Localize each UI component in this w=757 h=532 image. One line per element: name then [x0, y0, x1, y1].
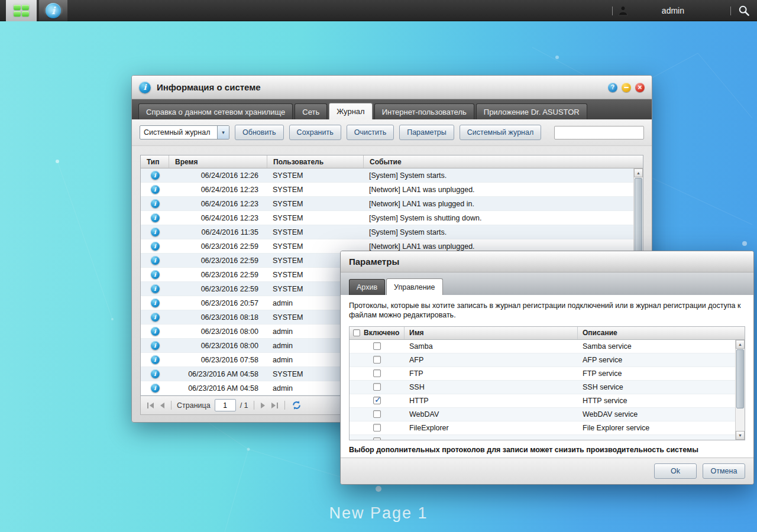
log-row[interactable]: i 06/24/2016 12:26 SYSTEM [System] Syste… [141, 168, 643, 183]
protocol-checkbox[interactable] [373, 369, 381, 377]
scroll-down-icon[interactable]: ▼ [736, 431, 745, 440]
protocol-checkbox[interactable] [373, 437, 381, 440]
tab[interactable]: Управление [386, 278, 443, 295]
cell-type: i [141, 296, 169, 310]
first-page-button[interactable] [146, 401, 155, 410]
info-icon: i [151, 185, 160, 194]
log-type-dropdown[interactable]: Системный журнал ▾ [140, 125, 229, 140]
cell-time: 06/23/2016 AM 04:58 [169, 381, 267, 395]
protocol-checkbox[interactable] [373, 356, 381, 364]
protocol-checkbox[interactable] [373, 410, 381, 418]
scrollbar-track[interactable] [736, 409, 745, 431]
toolbar-button[interactable]: Очистить [347, 125, 394, 140]
scrollbar-thumb[interactable] [736, 349, 744, 408]
protocol-row[interactable]: AFP AFP service [350, 353, 745, 367]
user-icon[interactable] [617, 5, 629, 16]
dialog-scrollbar[interactable]: ▲ ▼ [735, 340, 745, 440]
info-icon: i [151, 369, 160, 378]
window-controls: ? × [608, 83, 645, 92]
protocol-row[interactable]: FTP FTP service [350, 367, 745, 381]
cell-user: SYSTEM [267, 211, 364, 225]
tab[interactable]: Архив [349, 279, 385, 295]
prev-page-button[interactable] [159, 401, 166, 410]
protocol-checkbox[interactable] [373, 397, 381, 404]
toolbar-button[interactable]: Параметры [399, 125, 454, 140]
separator [254, 401, 254, 410]
tab[interactable]: Сеть [295, 103, 327, 119]
cell-enabled [350, 342, 405, 350]
minimize-button[interactable] [622, 83, 631, 92]
column-header-description[interactable]: Описание [578, 327, 745, 339]
protocol-checkbox[interactable] [373, 342, 381, 350]
refresh-icon[interactable] [292, 400, 302, 410]
cell-type: i [141, 225, 169, 239]
protocol-row[interactable]: HTTP HTTP service [350, 394, 745, 408]
page-input[interactable] [215, 399, 236, 411]
log-row[interactable]: i 06/24/2016 12:23 SYSTEM [Network] LAN1… [141, 183, 643, 197]
tab[interactable]: Справка о данном сетевом хранилище [138, 103, 293, 119]
column-header-time[interactable]: Время [169, 155, 267, 168]
help-button[interactable]: ? [608, 83, 617, 92]
log-row[interactable]: i 06/24/2016 11:35 SYSTEM [System] Syste… [141, 225, 643, 239]
tab[interactable]: Приложение Dr. ASUSTOR [476, 103, 587, 119]
toolbar-button[interactable]: Обновить [235, 125, 284, 140]
tab[interactable]: Журнал [329, 103, 372, 119]
cell-enabled [350, 383, 405, 391]
select-all-checkbox[interactable] [353, 329, 360, 336]
dialog-content: Протоколы, которые вы хотите записать в … [341, 295, 753, 459]
column-header-name[interactable]: Имя [405, 327, 578, 339]
cell-user: SYSTEM [267, 197, 364, 210]
protocol-checkbox[interactable] [373, 383, 381, 391]
search-icon[interactable] [738, 5, 750, 17]
cancel-button[interactable]: Отмена [703, 463, 745, 479]
column-header-type[interactable]: Тип [141, 155, 169, 168]
column-header-user[interactable]: Пользователь [267, 155, 364, 168]
info-icon: i [151, 256, 160, 265]
tab-label: Журнал [337, 107, 364, 116]
app-grid-icon [14, 5, 29, 17]
cell-time: 06/24/2016 12:23 [169, 197, 267, 210]
tab[interactable]: Интернет-пользователь [374, 103, 474, 119]
next-page-button[interactable] [260, 401, 266, 410]
window-titlebar[interactable]: i Информация о системе ? × [132, 76, 652, 99]
cell-time: 06/23/2016 22:59 [169, 282, 267, 296]
column-header-enabled[interactable]: Включено [350, 327, 405, 339]
page-label: Страница [177, 401, 211, 410]
dialog-titlebar[interactable]: Параметры [341, 251, 753, 273]
column-header-event[interactable]: Событие [364, 155, 643, 168]
cell-name: AFP [405, 356, 578, 364]
cell-enabled [350, 397, 405, 404]
username[interactable]: admin [662, 6, 684, 15]
cell-name: WebDAV [405, 410, 578, 419]
app-launcher-button[interactable] [6, 0, 37, 21]
cell-user: SYSTEM [267, 183, 364, 196]
protocol-row[interactable] [350, 435, 745, 440]
ok-button[interactable]: Ok [654, 463, 697, 479]
protocol-row[interactable]: FileExplorer File Explorer service [350, 421, 745, 435]
cell-time: 06/23/2016 08:18 [169, 310, 267, 324]
last-page-button[interactable] [270, 401, 279, 410]
cell-enabled [350, 410, 405, 418]
protocol-row[interactable]: WebDAV WebDAV service [350, 408, 745, 421]
log-row[interactable]: i 06/24/2016 12:23 SYSTEM [System] Syste… [141, 211, 643, 225]
chevron-down-icon[interactable]: ▾ [217, 126, 229, 139]
close-button[interactable]: × [635, 83, 645, 92]
taskbar-item-system-info[interactable]: i [39, 0, 67, 21]
filter-input[interactable] [554, 126, 644, 140]
protocol-row[interactable]: SSH SSH service [350, 381, 745, 394]
protocol-row[interactable]: Samba Samba service [350, 340, 745, 353]
protocol-checkbox[interactable] [373, 424, 381, 432]
toolbar-button[interactable]: Системный журнал [460, 125, 541, 140]
log-row[interactable]: i 06/24/2016 12:23 SYSTEM [Network] LAN1… [141, 197, 643, 211]
info-icon: i [151, 199, 160, 208]
cell-name: Samba [405, 342, 578, 351]
scroll-up-icon[interactable]: ▲ [736, 340, 745, 349]
cell-name: SSH [405, 383, 578, 391]
scroll-up-icon[interactable]: ▲ [634, 168, 643, 177]
cell-type: i [141, 197, 169, 210]
cell-name: FileExplorer [405, 424, 578, 432]
dialog-footer: Ok Отмена [341, 458, 753, 484]
cell-event: [System] System starts. [364, 225, 643, 239]
info-icon: i [151, 213, 160, 222]
toolbar-button[interactable]: Сохранить [289, 125, 341, 140]
